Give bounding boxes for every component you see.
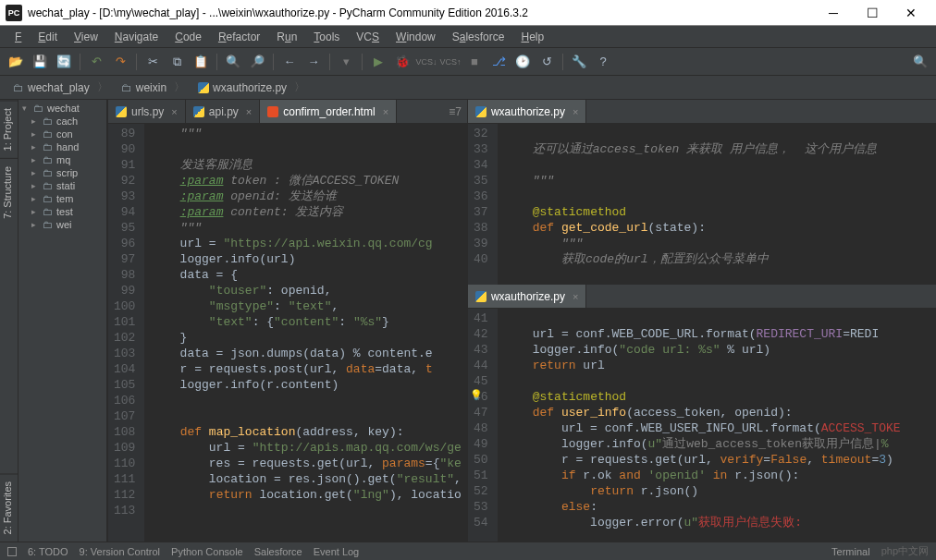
open-icon[interactable]: 📂	[7, 54, 24, 70]
stop-icon[interactable]: ■	[466, 54, 483, 70]
history-icon[interactable]: 🕑	[514, 54, 531, 70]
close-button[interactable]: ✕	[892, 1, 930, 25]
menu-salesforce[interactable]: Salesforce	[445, 29, 512, 45]
tree-root[interactable]: ▾🗀wechat	[18, 102, 106, 115]
search-everywhere-icon[interactable]: 🔍	[912, 54, 929, 70]
run-icon[interactable]: ▶	[370, 54, 387, 70]
code-editor-right-top[interactable]: 323334353637383940 还可以通过access_token 来获取…	[468, 124, 936, 285]
tree-item[interactable]: ▸🗀scrip	[18, 166, 106, 179]
tabbar-right-top: wxauthorize.py×	[468, 100, 936, 124]
status-sf[interactable]: Salesforce	[254, 546, 302, 557]
menu-navigate[interactable]: Navigate	[107, 29, 166, 45]
tab-urls[interactable]: urls.py×	[108, 100, 186, 123]
tab-wxauthorize-bottom[interactable]: wxauthorize.py×	[468, 285, 586, 308]
gutter: 323334353637383940	[468, 124, 499, 285]
breadcrumb-bar: 🗀 wechat_play〉 🗀 weixin〉 wxauthorize.py〉	[0, 76, 936, 100]
debug-icon[interactable]: 🐞	[394, 54, 411, 70]
status-todo[interactable]: 6: TODO	[28, 546, 68, 557]
tree-item[interactable]: ▸🗀mq	[18, 153, 106, 166]
favorites-tool-tab[interactable]: 2: Favorites	[0, 473, 18, 542]
menu-refactor[interactable]: Refactor	[211, 29, 267, 45]
menu-window[interactable]: Window	[388, 29, 443, 45]
project-tree[interactable]: ▾🗀wechat ▸🗀cach▸🗀con▸🗀hand▸🗀mq▸🗀scrip▸🗀s…	[18, 100, 106, 233]
maximize-button[interactable]: ☐	[853, 1, 892, 25]
status-box-icon[interactable]	[7, 547, 17, 556]
find-icon[interactable]: 🔍	[225, 54, 241, 70]
forward-icon[interactable]: →	[305, 54, 322, 70]
close-icon[interactable]: ×	[573, 291, 578, 302]
copy-icon[interactable]: ⧉	[168, 54, 185, 70]
vcs-icon[interactable]: ⎇	[490, 54, 507, 70]
status-vc[interactable]: 9: Version Control	[80, 546, 160, 557]
python-file-icon	[193, 106, 204, 117]
settings-icon[interactable]: 🔧	[571, 54, 587, 70]
menu-vcs[interactable]: VCS	[349, 29, 387, 45]
replace-icon[interactable]: 🔎	[249, 54, 265, 70]
tree-item[interactable]: ▸🗀hand	[18, 140, 106, 153]
revert-icon[interactable]: ↺	[538, 54, 555, 70]
menu-tools[interactable]: Tools	[306, 29, 347, 45]
tab-confirm-order[interactable]: confirm_order.html×	[260, 100, 397, 123]
main-area: 1: Project 7: Structure 2: Favorites ▾🗀w…	[0, 100, 936, 542]
menu-code[interactable]: Code	[167, 29, 209, 45]
sync-icon[interactable]: 🔄	[55, 54, 72, 70]
status-pyconsole[interactable]: Python Console	[171, 546, 243, 557]
tree-item[interactable]: ▸🗀con	[18, 128, 106, 140]
menu-file[interactable]: F	[7, 29, 29, 45]
watermark: php中文网	[881, 544, 929, 558]
html-file-icon	[267, 106, 278, 117]
code-editor-right-bottom[interactable]: 4142434445464748495051525354 url = conf.…	[468, 309, 936, 542]
python-file-icon	[116, 106, 127, 117]
editor-right-top: wxauthorize.py× 323334353637383940 还可以通过…	[467, 100, 936, 285]
tab-wxauthorize-top[interactable]: wxauthorize.py×	[468, 100, 586, 123]
tree-item[interactable]: ▸🗀tem	[18, 192, 106, 205]
project-panel: ▾🗀wechat ▸🗀cach▸🗀con▸🗀hand▸🗀mq▸🗀scrip▸🗀s…	[18, 100, 107, 542]
status-term[interactable]: Terminal	[831, 546, 870, 557]
tabbar-left: urls.py× api.py× confirm_order.html× ≡7	[108, 100, 467, 124]
menu-edit[interactable]: Edit	[31, 29, 65, 45]
vcs-commit-icon[interactable]: VCS↑	[442, 54, 459, 70]
python-file-icon	[475, 291, 486, 302]
tabbar-right-bottom: wxauthorize.py×	[468, 285, 936, 309]
close-icon[interactable]: ×	[171, 106, 177, 117]
build-icon[interactable]: ▾	[338, 54, 354, 70]
menubar: F Edit View Navigate Code Refactor Run T…	[0, 26, 936, 48]
close-icon[interactable]: ×	[246, 106, 252, 117]
tree-item[interactable]: ▸🗀test	[18, 205, 106, 218]
menu-view[interactable]: View	[67, 29, 105, 45]
cut-icon[interactable]: ✂	[144, 54, 161, 70]
tree-item[interactable]: ▸🗀wei	[18, 218, 106, 231]
project-tool-tab[interactable]: 1: Project	[0, 100, 18, 158]
python-file-icon	[198, 82, 209, 93]
gutter: 8990919293949596979899100101102103104105…	[108, 124, 145, 542]
save-icon[interactable]: 💾	[31, 54, 48, 70]
redo-icon[interactable]: ↷	[112, 54, 129, 70]
breadcrumb-folder[interactable]: 🗀 weixin〉	[116, 78, 191, 97]
editor-left: urls.py× api.py× confirm_order.html× ≡7 …	[107, 100, 467, 542]
status-ea[interactable]: Event Log	[314, 546, 360, 557]
tab-api[interactable]: api.py×	[186, 100, 260, 123]
tree-item[interactable]: ▸🗀stati	[18, 179, 106, 192]
close-icon[interactable]: ×	[573, 106, 578, 117]
menu-run[interactable]: Run	[269, 29, 304, 45]
paste-icon[interactable]: 📋	[192, 54, 209, 70]
breadcrumb-file[interactable]: wxauthorize.py〉	[192, 78, 311, 97]
vcs-update-icon[interactable]: VCS↓	[418, 54, 435, 70]
undo-icon[interactable]: ↶	[88, 54, 105, 70]
structure-tool-tab[interactable]: 7: Structure	[0, 158, 18, 226]
tab-list-button[interactable]: ≡7	[443, 100, 467, 123]
python-file-icon	[475, 106, 486, 117]
tree-item[interactable]: ▸🗀cach	[18, 115, 106, 128]
minimize-button[interactable]: ─	[814, 1, 853, 25]
folder-icon: 🗀	[121, 81, 132, 94]
titlebar: PC wechat_play - [D:\my\wechat_play] - .…	[0, 0, 936, 26]
window-title: wechat_play - [D:\my\wechat_play] - ...\…	[28, 6, 814, 19]
tool-window-stripe-left: 1: Project 7: Structure 2: Favorites	[0, 100, 18, 542]
help-icon[interactable]: ?	[595, 54, 611, 70]
code-editor-left[interactable]: 8990919293949596979899100101102103104105…	[108, 124, 467, 542]
close-icon[interactable]: ×	[383, 106, 388, 117]
folder-icon: 🗀	[13, 81, 24, 94]
breadcrumb-root[interactable]: 🗀 wechat_play〉	[7, 78, 114, 97]
menu-help[interactable]: Help	[513, 29, 551, 45]
back-icon[interactable]: ←	[281, 54, 298, 70]
